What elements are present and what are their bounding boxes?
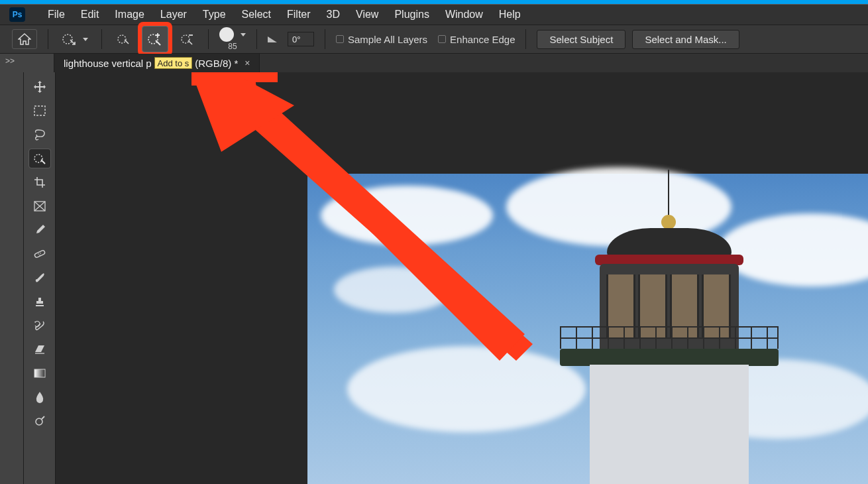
- document-tab-title-suffix: (RGB/8) *: [195, 58, 238, 69]
- close-tab-button[interactable]: ×: [244, 58, 250, 68]
- eyedropper-icon: [34, 224, 46, 236]
- new-selection-button[interactable]: [113, 29, 134, 49]
- canvas-area[interactable]: [56, 72, 868, 484]
- menu-select[interactable]: Select: [234, 5, 279, 25]
- move-icon: [33, 80, 46, 93]
- annotation-highlight-box: [138, 22, 172, 56]
- menu-type[interactable]: Type: [195, 5, 234, 25]
- collapsed-left-panel[interactable]: [0, 72, 24, 484]
- angle-input[interactable]: 0°: [288, 32, 314, 46]
- options-bar: 85 0° Sample All Layers Enhance Edge Sel…: [0, 25, 868, 54]
- brush-size-value: 85: [228, 42, 237, 51]
- svg-point-5: [34, 154, 42, 162]
- brush-picker[interactable]: 85: [219, 27, 246, 51]
- add-to-selection-button[interactable]: [142, 26, 168, 52]
- select-subject-button[interactable]: Select Subject: [537, 30, 625, 49]
- frame-tool[interactable]: [29, 197, 50, 215]
- stamp-icon: [34, 296, 46, 308]
- svg-point-2: [148, 34, 158, 44]
- sample-all-layers-checkbox[interactable]: Sample All Layers: [336, 34, 427, 45]
- droplet-icon: [35, 391, 44, 403]
- chevron-down-icon: [83, 38, 88, 41]
- crop-icon: [34, 176, 46, 188]
- history-brush-tool[interactable]: [29, 316, 50, 335]
- history-brush-icon: [33, 320, 46, 332]
- svg-rect-4: [34, 106, 45, 115]
- tools-panel: [24, 72, 56, 484]
- svg-point-3: [182, 35, 190, 43]
- subtract-from-selection-icon: [180, 32, 194, 46]
- workspace: [0, 72, 868, 484]
- photoshop-window: Ps File Edit Image Layer Type Select Fil…: [0, 4, 868, 484]
- quick-selection-tool[interactable]: [29, 149, 50, 168]
- svg-rect-7: [34, 250, 45, 258]
- svg-point-0: [63, 34, 72, 44]
- svg-point-12: [36, 418, 42, 425]
- svg-rect-11: [34, 369, 45, 377]
- select-and-mask-button[interactable]: Select and Mask...: [632, 30, 739, 49]
- home-icon: [18, 33, 31, 45]
- brush-tool[interactable]: [29, 269, 50, 287]
- checkbox-icon: [438, 35, 446, 43]
- photoshop-logo-icon: Ps: [9, 7, 25, 22]
- divider: [208, 29, 209, 49]
- menu-plugins[interactable]: Plugins: [386, 5, 437, 25]
- healing-brush-tool[interactable]: [29, 245, 50, 263]
- menu-view[interactable]: View: [348, 5, 386, 25]
- menu-help[interactable]: Help: [491, 5, 529, 25]
- quick-selection-icon: [32, 152, 47, 165]
- lasso-icon: [33, 129, 46, 141]
- move-tool[interactable]: [29, 78, 50, 96]
- svg-point-9: [40, 253, 41, 254]
- home-button[interactable]: [12, 29, 37, 49]
- selection-mode-group: [113, 22, 197, 56]
- lighthouse-illustration: [484, 192, 828, 484]
- cloud-shape: [321, 186, 493, 245]
- menu-file[interactable]: File: [40, 5, 73, 25]
- divider: [256, 29, 257, 49]
- lasso-tool[interactable]: [29, 125, 50, 144]
- document-tab[interactable]: lighthouse vertical p Add to s (RGB/8) *…: [54, 54, 260, 72]
- menu-3d[interactable]: 3D: [319, 5, 348, 25]
- document-canvas[interactable]: [307, 174, 868, 484]
- divider: [48, 29, 48, 49]
- angle-icon: [268, 36, 277, 42]
- svg-marker-15: [182, 72, 294, 152]
- dodge-icon: [34, 415, 46, 427]
- gradient-icon: [34, 369, 46, 378]
- subtract-from-selection-button[interactable]: [176, 29, 197, 49]
- clone-stamp-tool[interactable]: [29, 292, 50, 311]
- dodge-tool[interactable]: [29, 412, 50, 430]
- document-tab-bar: >> lighthouse vertical p Add to s (RGB/8…: [0, 54, 868, 72]
- quick-selection-icon: [62, 32, 78, 46]
- enhance-edge-checkbox[interactable]: Enhance Edge: [438, 34, 515, 45]
- tool-preset-picker[interactable]: [59, 30, 91, 48]
- sample-all-layers-label: Sample All Layers: [348, 34, 427, 45]
- frame-icon: [34, 201, 46, 212]
- divider: [101, 29, 102, 49]
- marquee-tool[interactable]: [29, 101, 50, 120]
- blur-tool[interactable]: [29, 388, 50, 406]
- gradient-tool[interactable]: [29, 364, 50, 383]
- brush-preview-icon: [219, 27, 234, 42]
- menu-window[interactable]: Window: [437, 5, 491, 25]
- enhance-edge-label: Enhance Edge: [450, 34, 515, 45]
- svg-point-1: [118, 35, 126, 43]
- menu-filter[interactable]: Filter: [279, 5, 319, 25]
- eraser-icon: [34, 344, 46, 355]
- brush-icon: [34, 272, 46, 284]
- panel-expand-button[interactable]: >>: [0, 54, 54, 72]
- bandage-icon: [33, 248, 46, 260]
- new-selection-icon: [116, 32, 131, 46]
- eraser-tool[interactable]: [29, 340, 50, 359]
- eyedropper-tool[interactable]: [29, 221, 50, 239]
- cloud-shape: [334, 267, 453, 313]
- document-tab-title-prefix: lighthouse vertical p: [64, 58, 152, 69]
- divider: [525, 29, 526, 49]
- menu-edit[interactable]: Edit: [73, 5, 107, 25]
- add-to-selection-icon: [146, 30, 164, 48]
- crop-tool[interactable]: [29, 173, 50, 192]
- divider: [325, 29, 325, 49]
- svg-point-10: [39, 255, 40, 256]
- svg-point-8: [38, 253, 39, 255]
